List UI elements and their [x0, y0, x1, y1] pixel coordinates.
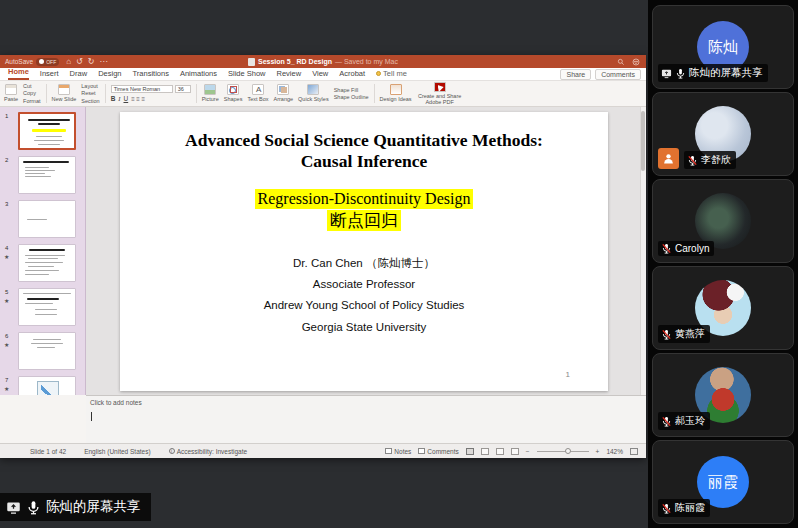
- undo-icon[interactable]: ↺: [76, 55, 83, 68]
- animation-star-icon: ★: [4, 341, 9, 348]
- notes-icon: [385, 448, 392, 454]
- notes-pane[interactable]: Click to add notes: [86, 395, 646, 443]
- font-name-select[interactable]: Times New Roman: [111, 85, 173, 93]
- arrange-button[interactable]: Arrange: [274, 82, 294, 105]
- autosave-toggle[interactable]: OFF: [36, 58, 59, 66]
- layout-button[interactable]: Layout: [81, 83, 99, 89]
- canvas-scrollbar-thumb[interactable]: [641, 111, 645, 171]
- shape-fill-button[interactable]: Shape Fill: [334, 87, 369, 93]
- participant-tile-carolyn[interactable]: Carolyn: [652, 179, 794, 263]
- redo-icon[interactable]: ↻: [88, 55, 95, 68]
- thumbnail-slide-4[interactable]: 4 ★: [0, 244, 85, 282]
- zoom-slider[interactable]: [537, 451, 589, 452]
- slide-page-number: 1: [566, 370, 570, 379]
- lightbulb-icon: [376, 71, 381, 76]
- design-ideas-button[interactable]: Design Ideas: [380, 82, 412, 105]
- tab-home[interactable]: Home: [8, 67, 29, 80]
- tab-view[interactable]: View: [312, 69, 328, 80]
- zoom-level[interactable]: 142%: [606, 448, 623, 455]
- participant-tile-chencan[interactable]: 陈灿 陈灿的屏幕共享: [652, 5, 794, 89]
- tab-review[interactable]: Review: [277, 69, 302, 80]
- slide-thumbnail-panel: 1 2: [0, 107, 86, 395]
- tab-animations[interactable]: Animations: [180, 69, 217, 80]
- shapes-button[interactable]: Shapes: [224, 82, 243, 105]
- bold-button[interactable]: B: [111, 95, 116, 102]
- thumbnail-preview: [18, 376, 76, 395]
- thumbnail-preview: [18, 156, 76, 194]
- zoom-out-button[interactable]: −: [526, 448, 530, 455]
- create-pdf-button[interactable]: Create and Share Adobe PDF: [417, 82, 463, 105]
- language-status[interactable]: English (United States): [84, 448, 150, 455]
- thumbnail-slide-3[interactable]: 3: [0, 200, 85, 238]
- thumbnail-slide-7[interactable]: 7 ★: [0, 376, 85, 395]
- comments-button[interactable]: Comments: [595, 69, 641, 80]
- tab-insert[interactable]: Insert: [40, 69, 59, 80]
- animation-star-icon: ★: [4, 253, 9, 260]
- fit-slide-button[interactable]: [630, 448, 638, 455]
- reading-view-button[interactable]: [496, 448, 504, 455]
- tab-slide-show[interactable]: Slide Show: [228, 69, 266, 80]
- design-ideas-icon: [390, 84, 402, 95]
- zoom-slider-knob[interactable]: [565, 448, 571, 454]
- autosave-state: OFF: [46, 59, 56, 65]
- text-cursor: [91, 412, 92, 421]
- zoom-in-button[interactable]: +: [596, 448, 600, 455]
- slideshow-view-button[interactable]: [511, 448, 519, 455]
- quick-styles-button[interactable]: Quick Styles: [298, 82, 329, 105]
- tab-transitions[interactable]: Transitions: [132, 69, 168, 80]
- underline-button[interactable]: U: [124, 95, 129, 102]
- participant-name-label: 李舒欣: [684, 151, 736, 169]
- more-commands-icon[interactable]: ⋯: [99, 55, 107, 68]
- new-slide-button[interactable]: New Slide: [52, 82, 77, 105]
- thumbnail-slide-1[interactable]: 1: [0, 112, 85, 150]
- participant-tile-huangyanping[interactable]: 黄燕萍: [652, 266, 794, 350]
- copy-button[interactable]: Copy: [23, 90, 40, 96]
- accessibility-status[interactable]: i Accessibility: Investigate: [169, 448, 247, 455]
- screen-share-icon: [661, 68, 672, 79]
- feedback-smiley-icon[interactable]: [632, 58, 640, 66]
- format-painter-button[interactable]: Format: [23, 98, 40, 104]
- reset-button[interactable]: Reset: [81, 90, 99, 96]
- picture-button[interactable]: Picture: [202, 82, 219, 105]
- powerpoint-window: AutoSave OFF ⌂ ↺ ↻ ⋯ Session 5_ RD Desig…: [0, 55, 646, 458]
- slide-sorter-view-button[interactable]: [481, 448, 489, 455]
- screen-share-icon: [6, 500, 21, 515]
- text-box-button[interactable]: Text Box: [247, 82, 268, 105]
- font-size-select[interactable]: 36: [175, 85, 191, 93]
- ppt-status-bar: Slide 1 of 42 English (United States) i …: [0, 443, 646, 458]
- slide-1-editor[interactable]: Advanced Social Science Quantitative Met…: [120, 112, 608, 391]
- slide-title: Advanced Social Science Quantitative Met…: [120, 130, 608, 173]
- mic-muted-icon: [661, 503, 672, 514]
- quick-styles-icon: [307, 84, 319, 95]
- thumbnail-slide-5[interactable]: 5 ★: [0, 288, 85, 326]
- cut-button[interactable]: Cut: [23, 83, 40, 89]
- participant-tile-lishuxin[interactable]: 李舒欣: [652, 92, 794, 176]
- comments-toggle-button[interactable]: Comments: [418, 448, 458, 455]
- tab-design[interactable]: Design: [98, 69, 121, 80]
- participant-tile-chenlixia[interactable]: 丽霞 陈丽霞: [652, 440, 794, 524]
- share-button[interactable]: Share: [560, 69, 591, 80]
- participant-tile-haoyuling[interactable]: 郝玉玲: [652, 353, 794, 437]
- section-button[interactable]: Section: [81, 98, 99, 104]
- italic-button[interactable]: I: [118, 95, 120, 102]
- tab-acrobat[interactable]: Acrobat: [339, 69, 365, 80]
- paste-button[interactable]: Paste: [4, 82, 18, 105]
- thumbnail-slide-6[interactable]: 6 ★: [0, 332, 85, 370]
- mic-on-icon: [675, 68, 686, 79]
- tell-me[interactable]: Tell me: [376, 69, 407, 80]
- shape-outline-button[interactable]: Shape Outline: [334, 94, 369, 100]
- new-slide-icon: [58, 84, 70, 95]
- home-icon[interactable]: ⌂: [66, 55, 71, 68]
- tab-draw[interactable]: Draw: [70, 69, 88, 80]
- person-badge: [658, 148, 679, 169]
- search-icon[interactable]: [617, 58, 625, 66]
- picture-icon: [204, 84, 216, 95]
- normal-view-button[interactable]: [466, 448, 474, 455]
- paragraph-align-buttons[interactable]: ≡ ≡ ≡: [131, 96, 145, 102]
- mic-muted-icon: [661, 416, 672, 427]
- canvas-scrollbar[interactable]: [640, 107, 646, 395]
- slide-subtitle-highlighted: Regression-Discontinuity Design 断点回归: [120, 189, 608, 231]
- thumbnail-slide-2[interactable]: 2: [0, 156, 85, 194]
- notes-toggle-button[interactable]: Notes: [385, 448, 411, 455]
- participant-name-label: Carolyn: [658, 241, 714, 256]
